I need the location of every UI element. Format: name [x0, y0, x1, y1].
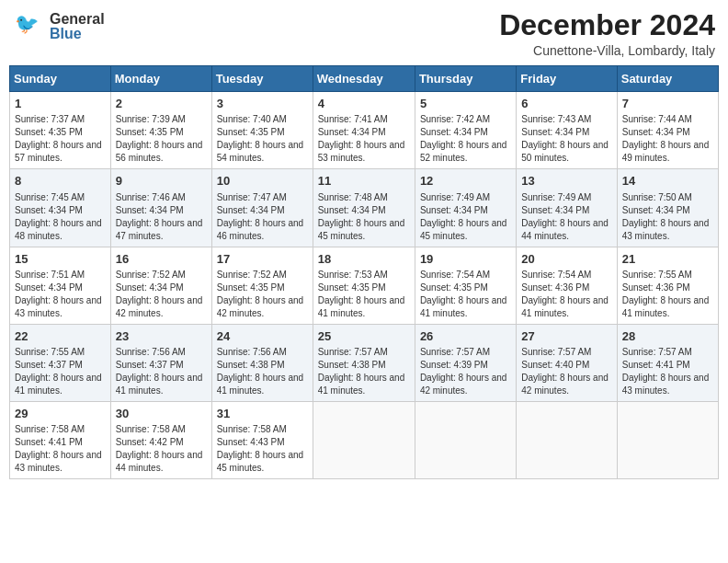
day-info: Sunrise: 7:57 AMSunset: 4:41 PMDaylight:… [622, 346, 713, 397]
sunrise: Sunrise: 7:56 AM [116, 347, 186, 357]
day-number: 4 [318, 96, 410, 112]
header-day-monday: Monday [110, 66, 211, 92]
sunset: Sunset: 4:35 PM [217, 127, 285, 137]
day-info: Sunrise: 7:56 AMSunset: 4:38 PMDaylight:… [217, 346, 308, 397]
header-day-friday: Friday [517, 66, 617, 92]
day-number: 6 [521, 96, 611, 112]
day-number: 12 [420, 173, 511, 190]
sunrise: Sunrise: 7:56 AM [217, 347, 287, 357]
calendar-cell: 13Sunrise: 7:49 AMSunset: 4:34 PMDayligh… [517, 169, 617, 247]
calendar-header: SundayMondayTuesdayWednesdayThursdayFrid… [10, 66, 719, 92]
day-number: 2 [116, 96, 207, 112]
header-row: SundayMondayTuesdayWednesdayThursdayFrid… [10, 66, 719, 92]
sunrise: Sunrise: 7:44 AM [622, 114, 692, 124]
main-title: December 2024 [499, 9, 715, 41]
calendar-cell: 27Sunrise: 7:57 AMSunset: 4:40 PMDayligh… [517, 324, 617, 401]
header-day-tuesday: Tuesday [211, 66, 313, 92]
day-number: 1 [15, 96, 106, 112]
sunset: Sunset: 4:36 PM [622, 282, 690, 293]
day-number: 30 [116, 406, 207, 422]
daylight: Daylight: 8 hours and 48 minutes. [15, 218, 102, 241]
day-number: 19 [420, 251, 511, 268]
daylight: Daylight: 8 hours and 42 minutes. [116, 295, 203, 318]
daylight: Daylight: 8 hours and 41 minutes. [521, 295, 609, 318]
sunrise: Sunrise: 7:57 AM [521, 347, 591, 357]
calendar-body: 1Sunrise: 7:37 AMSunset: 4:35 PMDaylight… [10, 92, 719, 479]
day-number: 26 [420, 328, 511, 345]
sunset: Sunset: 4:34 PM [318, 127, 386, 137]
sunrise: Sunrise: 7:58 AM [116, 424, 186, 434]
day-info: Sunrise: 7:47 AMSunset: 4:34 PMDaylight:… [217, 191, 308, 243]
sunrise: Sunrise: 7:58 AM [217, 424, 287, 434]
calendar-cell: 26Sunrise: 7:57 AMSunset: 4:39 PMDayligh… [415, 324, 516, 401]
calendar-cell: 29Sunrise: 7:58 AMSunset: 4:41 PMDayligh… [10, 401, 111, 478]
day-number: 14 [622, 173, 713, 190]
calendar-cell: 11Sunrise: 7:48 AMSunset: 4:34 PMDayligh… [313, 169, 415, 247]
sunrise: Sunrise: 7:57 AM [420, 347, 490, 357]
day-info: Sunrise: 7:42 AMSunset: 4:34 PMDaylight:… [420, 113, 511, 165]
day-number: 9 [116, 173, 207, 190]
calendar-cell: 30Sunrise: 7:58 AMSunset: 4:42 PMDayligh… [110, 401, 211, 478]
day-number: 18 [318, 251, 410, 268]
day-number: 3 [217, 96, 308, 112]
daylight: Daylight: 8 hours and 44 minutes. [116, 450, 203, 473]
daylight: Daylight: 8 hours and 41 minutes. [622, 295, 710, 318]
calendar-cell: 19Sunrise: 7:54 AMSunset: 4:35 PMDayligh… [415, 247, 516, 324]
day-info: Sunrise: 7:57 AMSunset: 4:39 PMDaylight:… [420, 346, 511, 397]
daylight: Daylight: 8 hours and 41 minutes. [420, 295, 507, 318]
day-info: Sunrise: 7:54 AMSunset: 4:36 PMDaylight:… [521, 269, 611, 320]
day-number: 31 [217, 406, 308, 422]
sunset: Sunset: 4:34 PM [420, 205, 488, 215]
subtitle: Cunettone-Villa, Lombardy, Italy [499, 43, 715, 58]
calendar-cell: 31Sunrise: 7:58 AMSunset: 4:43 PMDayligh… [211, 401, 313, 478]
day-info: Sunrise: 7:44 AMSunset: 4:34 PMDaylight:… [622, 113, 713, 165]
sunrise: Sunrise: 7:37 AM [15, 114, 85, 124]
daylight: Daylight: 8 hours and 43 minutes. [622, 373, 710, 396]
sunrise: Sunrise: 7:50 AM [622, 192, 692, 202]
daylight: Daylight: 8 hours and 41 minutes. [318, 295, 405, 318]
day-number: 21 [622, 251, 713, 268]
daylight: Daylight: 8 hours and 43 minutes. [15, 295, 102, 318]
daylight: Daylight: 8 hours and 45 minutes. [217, 450, 304, 473]
day-info: Sunrise: 7:56 AMSunset: 4:37 PMDaylight:… [116, 346, 207, 397]
day-info: Sunrise: 7:48 AMSunset: 4:34 PMDaylight:… [318, 191, 410, 243]
logo-general: General [50, 12, 105, 27]
sunset: Sunset: 4:41 PM [622, 360, 690, 370]
sunrise: Sunrise: 7:47 AM [217, 192, 287, 202]
day-info: Sunrise: 7:55 AMSunset: 4:37 PMDaylight:… [15, 346, 106, 397]
day-number: 8 [15, 173, 106, 190]
day-info: Sunrise: 7:37 AMSunset: 4:35 PMDaylight:… [15, 113, 106, 165]
calendar-week-4: 22Sunrise: 7:55 AMSunset: 4:37 PMDayligh… [10, 324, 719, 401]
sunset: Sunset: 4:43 PM [217, 437, 285, 447]
sunset: Sunset: 4:34 PM [521, 127, 589, 137]
calendar-cell [517, 401, 617, 478]
sunrise: Sunrise: 7:55 AM [622, 270, 692, 280]
sunrise: Sunrise: 7:53 AM [318, 270, 388, 280]
sunrise: Sunrise: 7:40 AM [217, 114, 287, 124]
logo-text: General Blue [50, 12, 105, 41]
sunrise: Sunrise: 7:46 AM [116, 192, 186, 202]
daylight: Daylight: 8 hours and 53 minutes. [318, 140, 405, 163]
day-info: Sunrise: 7:41 AMSunset: 4:34 PMDaylight:… [318, 113, 410, 165]
sunrise: Sunrise: 7:45 AM [15, 192, 85, 202]
header-day-saturday: Saturday [617, 66, 718, 92]
day-number: 13 [521, 173, 611, 190]
calendar-cell: 15Sunrise: 7:51 AMSunset: 4:34 PMDayligh… [10, 247, 111, 324]
calendar-cell: 28Sunrise: 7:57 AMSunset: 4:41 PMDayligh… [617, 324, 718, 401]
calendar-cell [313, 401, 415, 478]
daylight: Daylight: 8 hours and 52 minutes. [420, 140, 507, 163]
calendar-cell: 20Sunrise: 7:54 AMSunset: 4:36 PMDayligh… [517, 247, 617, 324]
calendar-week-5: 29Sunrise: 7:58 AMSunset: 4:41 PMDayligh… [10, 401, 719, 478]
sunrise: Sunrise: 7:52 AM [217, 270, 287, 280]
day-number: 24 [217, 328, 308, 345]
calendar-week-2: 8Sunrise: 7:45 AMSunset: 4:34 PMDaylight… [10, 169, 719, 247]
day-info: Sunrise: 7:58 AMSunset: 4:41 PMDaylight:… [15, 423, 106, 475]
sunrise: Sunrise: 7:41 AM [318, 114, 388, 124]
sunset: Sunset: 4:34 PM [116, 205, 184, 215]
sunrise: Sunrise: 7:58 AM [15, 424, 85, 434]
daylight: Daylight: 8 hours and 41 minutes. [116, 373, 203, 396]
sunrise: Sunrise: 7:57 AM [622, 347, 692, 357]
day-info: Sunrise: 7:51 AMSunset: 4:34 PMDaylight:… [15, 269, 106, 320]
day-info: Sunrise: 7:53 AMSunset: 4:35 PMDaylight:… [318, 269, 410, 320]
calendar-cell: 8Sunrise: 7:45 AMSunset: 4:34 PMDaylight… [10, 169, 111, 247]
